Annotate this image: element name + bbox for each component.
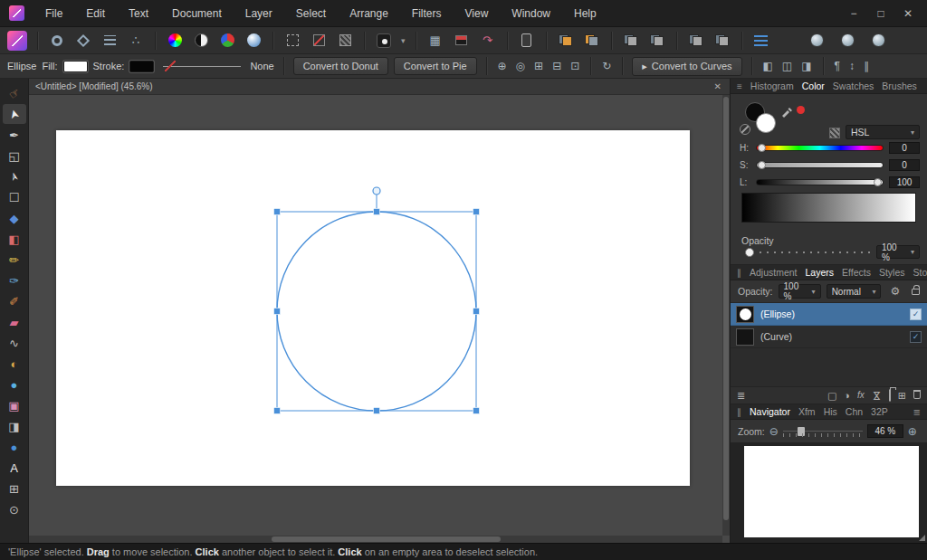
- selection-handle-top-center[interactable]: [374, 209, 380, 215]
- stroke-slash-icon[interactable]: [310, 32, 328, 50]
- canvas-area[interactable]: <Untitled> [Modified] (45.6%) ✕: [29, 79, 730, 543]
- resize-grip[interactable]: [919, 535, 925, 541]
- new-layer-icon[interactable]: ⊞: [898, 391, 906, 401]
- opacity-slider-handle[interactable]: [745, 248, 754, 257]
- view-sphere-1-icon[interactable]: [808, 32, 826, 50]
- lightness-value[interactable]: 100: [889, 176, 920, 188]
- menu-window[interactable]: Window: [500, 7, 562, 20]
- arrange-pair-4-icon[interactable]: [713, 32, 731, 50]
- snap-lines-icon[interactable]: [752, 32, 770, 50]
- nodes-icon[interactable]: ∴: [127, 32, 145, 50]
- hue-value[interactable]: 0: [889, 142, 920, 154]
- selection-handle-bottom-center[interactable]: [374, 408, 380, 414]
- lightness-slider-handle[interactable]: [874, 178, 882, 186]
- clone-tool[interactable]: ▣: [3, 395, 26, 415]
- fill-swatch[interactable]: [63, 61, 88, 72]
- rotation-handle[interactable]: [373, 187, 380, 195]
- color-mode-dropdown[interactable]: HSL ▾: [846, 125, 920, 139]
- marquee-tool[interactable]: ☐: [3, 187, 26, 207]
- menu-view[interactable]: View: [454, 7, 501, 20]
- lock-icon[interactable]: [912, 289, 920, 295]
- layer-row-ellipse[interactable]: (Ellipse) ✓: [731, 303, 927, 326]
- app-icon[interactable]: [9, 5, 24, 21]
- tab-histogram[interactable]: Histogram: [750, 81, 794, 91]
- layers-stack-icon[interactable]: ≣: [737, 391, 745, 401]
- align-right-icon[interactable]: ◨: [799, 61, 813, 71]
- convert-to-pie-button[interactable]: Convert to Pie: [394, 57, 477, 75]
- dashed-select-icon[interactable]: [283, 32, 301, 50]
- pen-tool[interactable]: ✒: [3, 125, 26, 145]
- layer-effects-icon[interactable]: fx: [857, 391, 865, 400]
- red-bars-icon[interactable]: [453, 32, 471, 50]
- saturation-slider[interactable]: [756, 162, 884, 168]
- selection-handle-mid-left[interactable]: [274, 308, 281, 315]
- stroke-style-dropdown[interactable]: None: [250, 61, 273, 71]
- tab-color[interactable]: Color: [802, 81, 825, 91]
- smudge-tool[interactable]: ∿: [3, 333, 26, 353]
- panel-menu-icon[interactable]: ≣: [913, 407, 921, 417]
- arrange-pair-1-icon[interactable]: [622, 32, 640, 50]
- arrange-pair-2-icon[interactable]: [648, 32, 666, 50]
- move-tool[interactable]: ➤: [3, 104, 26, 124]
- zoom-slider[interactable]: [783, 426, 863, 437]
- vertical-align-icon[interactable]: ↕: [847, 61, 856, 71]
- zoom-in-button[interactable]: ⊕: [908, 425, 917, 438]
- convert-to-donut-button[interactable]: Convert to Donut: [293, 57, 388, 75]
- blend-ranges-icon[interactable]: ⋈: [872, 391, 882, 401]
- hue-slider-handle[interactable]: [758, 144, 766, 152]
- color-wheel-icon[interactable]: [166, 32, 184, 50]
- document-tab[interactable]: <Untitled> [Modified] (45.6%): [35, 81, 153, 91]
- selection-handle-bottom-right[interactable]: [473, 408, 480, 414]
- color-format-icon[interactable]: [829, 128, 840, 138]
- tab-navigator[interactable]: Navigator: [750, 406, 790, 417]
- hamburger-icon[interactable]: ≡: [737, 81, 742, 91]
- grid-snap-icon[interactable]: ⊞: [532, 61, 545, 71]
- document-icon[interactable]: [518, 32, 536, 50]
- delete-layer-icon[interactable]: [913, 390, 921, 401]
- view-sphere-3-icon[interactable]: [869, 32, 887, 50]
- cube-icon[interactable]: [74, 32, 92, 50]
- menu-document[interactable]: Document: [160, 7, 234, 20]
- zoom-tool[interactable]: ⊙: [3, 499, 26, 519]
- navigator-page-thumbnail[interactable]: [744, 446, 919, 537]
- vertical-scrollbar[interactable]: [722, 95, 730, 536]
- menu-help[interactable]: Help: [562, 7, 608, 20]
- insert-top-icon[interactable]: [583, 32, 601, 50]
- zoom-out-button[interactable]: ⊖: [769, 425, 779, 438]
- gradient-tool[interactable]: ◨: [3, 416, 26, 436]
- gradient-sphere-icon[interactable]: [244, 32, 263, 50]
- tab-chn[interactable]: Chn: [846, 406, 863, 417]
- tab-styles[interactable]: Styles: [879, 267, 905, 278]
- vertical-scrollbar-thumb[interactable]: [723, 97, 729, 520]
- swatch-dropdown-icon[interactable]: [375, 32, 393, 50]
- selection-handle-top-left[interactable]: [274, 209, 281, 215]
- minimize-button[interactable]: −: [840, 7, 867, 20]
- eraser-tool[interactable]: ▰: [3, 312, 26, 332]
- insert-behind-icon[interactable]: [557, 32, 575, 50]
- blend-mode-dropdown[interactable]: Normal ▾: [827, 284, 882, 299]
- stroke-swatch[interactable]: [129, 61, 154, 72]
- node-tool[interactable]: ➢: [3, 166, 26, 186]
- saturation-slider-handle[interactable]: [758, 161, 766, 169]
- opacity-slider[interactable]: [760, 252, 871, 253]
- tab-stock[interactable]: Stock: [913, 267, 927, 278]
- mask-layer-icon[interactable]: ▢: [827, 391, 836, 401]
- close-document-icon[interactable]: ✕: [712, 81, 723, 91]
- no-color-well[interactable]: [740, 124, 750, 135]
- dodge-tool[interactable]: ◐: [3, 354, 26, 374]
- tab-layers[interactable]: Layers: [806, 267, 835, 278]
- saturation-value[interactable]: 0: [889, 159, 920, 171]
- tab-brushes[interactable]: Brushes: [882, 81, 917, 91]
- view-sphere-2-icon[interactable]: [838, 32, 856, 50]
- box-snap-icon[interactable]: ⊟: [550, 61, 563, 71]
- group-layers-icon[interactable]: [889, 391, 891, 401]
- contrast-circle-icon[interactable]: [192, 32, 210, 50]
- gear-icon[interactable]: ⚙: [890, 285, 900, 298]
- cycle-bounds-icon[interactable]: ◎: [514, 61, 527, 71]
- menu-arrange[interactable]: Arrange: [338, 7, 400, 20]
- lightness-slider[interactable]: [756, 179, 884, 185]
- horizontal-scrollbar[interactable]: [29, 536, 722, 543]
- layer-visibility-checkbox[interactable]: ✓: [910, 308, 922, 320]
- zoom-value[interactable]: 46 %: [867, 424, 903, 438]
- blur-tool[interactable]: ●: [3, 375, 26, 394]
